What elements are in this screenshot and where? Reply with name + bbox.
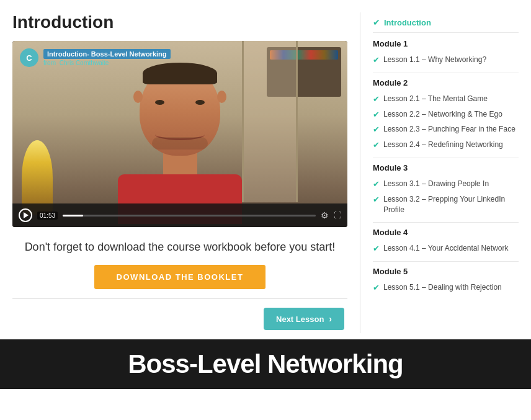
module-3-title: Module 3 (373, 163, 519, 172)
expand-icon[interactable]: ⛶ (334, 211, 341, 220)
lesson-label: Lesson 2.4 – Redefining Networking (383, 140, 503, 150)
lesson-check-icon: ✔ (373, 283, 380, 292)
divider-3 (373, 222, 519, 223)
workbook-text: Don't forget to download the course work… (19, 239, 341, 255)
lesson-check-icon: ✔ (373, 140, 380, 150)
video-person (118, 66, 242, 208)
bottom-title-bar: Boss-Level Networking (0, 339, 531, 389)
lesson-check-icon: ✔ (373, 55, 380, 65)
lesson-check-icon: ✔ (373, 195, 380, 204)
lesson-label: Lesson 3.2 – Prepping Your LinkedIn Prof… (383, 194, 519, 215)
divider-2 (373, 158, 519, 158)
course-title: Boss-Level Networking (12, 349, 519, 379)
lesson-label: Lesson 2.2 – Networking & The Ego (383, 109, 502, 120)
video-title-text: Introduction- Boss-Level Networking (43, 49, 171, 59)
lesson-check-icon: ✔ (373, 244, 380, 253)
next-lesson-button[interactable]: Next Lesson › (264, 308, 344, 330)
video-door-decor (242, 41, 298, 202)
module-5-title: Module 5 (373, 267, 519, 276)
video-timestamp: 01:53 (37, 212, 58, 220)
content-area: Introduction (0, 0, 531, 339)
face-ear-left (133, 91, 143, 103)
module-section-5: Module 5 ✔ Lesson 5.1 – Dealing with Rej… (373, 267, 519, 295)
lesson-label: Lesson 1.1 – Why Networking? (383, 55, 486, 65)
video-avatar: C (20, 48, 38, 67)
lesson-2-1[interactable]: ✔ Lesson 2.1 – The Mental Game (373, 91, 519, 107)
lesson-4-1[interactable]: ✔ Lesson 4.1 – Your Accidental Network (373, 241, 519, 256)
face-beard (152, 137, 208, 150)
left-panel: Introduction (12, 12, 347, 333)
lesson-label: Lesson 2.1 – The Mental Game (383, 94, 488, 104)
video-scene (12, 41, 347, 227)
video-progress-bar[interactable] (63, 215, 316, 217)
video-progress-fill (63, 215, 83, 217)
face-eye-right (195, 100, 205, 105)
module-section-2: Module 2 ✔ Lesson 2.1 – The Mental Game … (373, 78, 519, 153)
gear-icon[interactable]: ⚙ (321, 210, 329, 220)
lesson-check-icon: ✔ (373, 125, 380, 134)
download-booklet-button[interactable]: DOWNLOAD THE BOOKLET (94, 265, 266, 289)
face-eye-left (155, 100, 164, 105)
video-title-info: Introduction- Boss-Level Networking from… (43, 49, 171, 66)
face-neck (163, 153, 197, 174)
lesson-label: Lesson 5.1 – Dealing with Rejection (383, 282, 502, 293)
lesson-1-1[interactable]: ✔ Lesson 1.1 – Why Networking? (373, 52, 519, 68)
face-ear-right (217, 91, 226, 103)
next-arrow-icon: › (329, 314, 332, 324)
video-title-bar: C Introduction- Boss-Level Networking fr… (20, 48, 171, 67)
lesson-label: Lesson 4.1 – Your Accidental Network (383, 243, 508, 254)
page-title: Introduction (12, 12, 347, 32)
video-player[interactable]: C Introduction- Boss-Level Networking fr… (12, 41, 347, 227)
lesson-label: Lesson 2.3 – Punching Fear in the Face (383, 124, 515, 135)
workbook-section: Don't forget to download the course work… (12, 227, 347, 299)
lesson-5-1[interactable]: ✔ Lesson 5.1 – Dealing with Rejection (373, 280, 519, 295)
next-lesson-row: Next Lesson › (12, 299, 347, 333)
lesson-check-icon: ✔ (373, 94, 380, 104)
video-author: from Chris Cornthwaite (43, 60, 171, 66)
lesson-check-icon: ✔ (373, 179, 380, 189)
module-section-3: Module 3 ✔ Lesson 3.1 – Drawing People I… (373, 163, 519, 217)
face-head (140, 66, 220, 156)
lesson-check-icon: ✔ (373, 110, 380, 119)
module-section-4: Module 4 ✔ Lesson 4.1 – Your Accidental … (373, 228, 519, 256)
play-button[interactable] (19, 208, 32, 222)
intro-check-icon: ✔ (373, 17, 380, 27)
module-1-title: Module 1 (373, 39, 519, 48)
lesson-2-2[interactable]: ✔ Lesson 2.2 – Networking & The Ego (373, 107, 519, 122)
divider-1 (373, 73, 519, 73)
play-icon (24, 212, 29, 218)
divider-4 (373, 261, 519, 262)
right-panel: ✔ Introduction Module 1 ✔ Lesson 1.1 – W… (360, 12, 519, 333)
module-4-title: Module 4 (373, 228, 519, 237)
main-container: Introduction (0, 0, 531, 389)
module-section-1: Module 1 ✔ Lesson 1.1 – Why Networking? (373, 39, 519, 68)
module-2-title: Module 2 (373, 78, 519, 87)
lesson-2-4[interactable]: ✔ Lesson 2.4 – Redefining Networking (373, 137, 519, 153)
lesson-label: Lesson 3.1 – Drawing People In (383, 179, 489, 189)
sidebar-intro-item[interactable]: ✔ Introduction (373, 12, 519, 33)
sidebar-intro-label: Introduction (384, 18, 431, 27)
lesson-2-3[interactable]: ✔ Lesson 2.3 – Punching Fear in the Face (373, 122, 519, 137)
lesson-3-2[interactable]: ✔ Lesson 3.2 – Prepping Your LinkedIn Pr… (373, 192, 519, 218)
lesson-3-1[interactable]: ✔ Lesson 3.1 – Drawing People In (373, 176, 519, 192)
video-controls: 01:53 ⚙ ⛶ (12, 203, 347, 227)
